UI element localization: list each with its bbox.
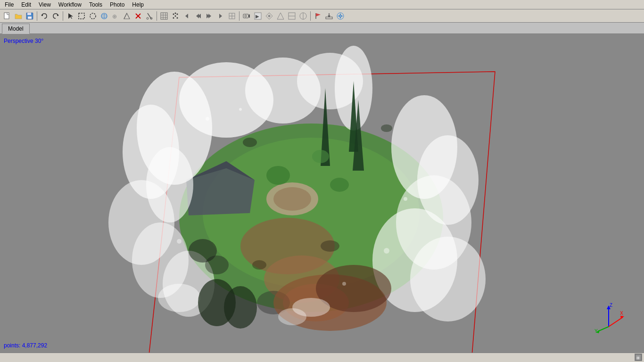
svg-point-27	[173, 17, 174, 18]
menu-edit[interactable]: Edit	[17, 0, 35, 9]
grid-button[interactable]	[159, 11, 169, 21]
svg-text:X: X	[620, 311, 623, 316]
circle-select-button[interactable]	[88, 11, 98, 21]
svg-text:Z: Z	[610, 303, 612, 308]
svg-point-98	[243, 138, 257, 147]
svg-point-102	[206, 117, 209, 121]
svg-marker-60	[341, 15, 343, 17]
svg-point-7	[90, 13, 96, 19]
delete-button[interactable]	[133, 11, 143, 21]
svg-point-110	[266, 166, 290, 185]
save-button[interactable]	[25, 11, 35, 21]
tabbar: Model	[0, 23, 644, 34]
tab-model[interactable]: Model	[2, 24, 30, 34]
svg-point-26	[177, 13, 178, 15]
svg-point-105	[404, 197, 407, 201]
redo-button[interactable]	[50, 11, 61, 21]
scene-svg	[0, 34, 644, 353]
svg-rect-3	[28, 16, 32, 19]
svg-point-17	[147, 17, 149, 19]
svg-point-82	[410, 237, 486, 321]
svg-rect-6	[79, 13, 84, 19]
svg-text:▶: ▶	[256, 14, 259, 19]
cameras-button[interactable]	[241, 11, 252, 21]
separator-5	[310, 11, 311, 21]
prev-button[interactable]	[182, 11, 192, 21]
svg-point-41	[245, 15, 247, 17]
menu-view[interactable]: View	[35, 0, 55, 9]
toggle4-button[interactable]	[287, 11, 297, 21]
toggle2-button[interactable]	[264, 11, 274, 21]
svg-marker-35	[219, 14, 222, 18]
svg-marker-52	[316, 13, 321, 16]
toolbar: ⊕ ▶	[0, 9, 644, 23]
cut-button[interactable]	[144, 11, 155, 21]
toggle5-button[interactable]	[298, 11, 308, 21]
svg-text:⊞: ⊞	[636, 356, 640, 360]
perspective-label: Perspective 30°	[4, 38, 43, 44]
next-button[interactable]	[215, 11, 226, 21]
svg-line-13	[124, 13, 127, 19]
svg-point-111	[330, 178, 349, 192]
svg-point-69	[273, 187, 311, 211]
export-button[interactable]	[324, 11, 334, 21]
rect-select-button[interactable]	[76, 11, 87, 21]
new-button[interactable]	[2, 11, 12, 21]
svg-marker-59	[338, 15, 340, 17]
svg-marker-30	[185, 14, 188, 18]
select-tool-button[interactable]	[65, 11, 75, 21]
svg-marker-117	[620, 316, 624, 319]
svg-text:⊕: ⊕	[112, 13, 117, 20]
fit-button[interactable]	[227, 11, 237, 21]
svg-point-109	[224, 286, 257, 329]
svg-marker-45	[268, 15, 271, 17]
statusbar: ⊞	[0, 353, 644, 362]
svg-line-16	[148, 13, 151, 19]
svg-rect-2	[27, 13, 31, 15]
statusbar-icon: ⊞	[635, 354, 642, 361]
svg-point-24	[173, 13, 174, 15]
svg-marker-46	[277, 13, 284, 19]
open-button[interactable]	[13, 11, 24, 21]
rotate-3d-button[interactable]	[99, 11, 109, 21]
svg-point-99	[381, 124, 392, 132]
svg-point-29	[175, 12, 176, 14]
svg-point-28	[177, 17, 178, 18]
svg-point-104	[177, 239, 182, 244]
toggle3-button[interactable]	[275, 11, 286, 21]
separator-1	[37, 11, 37, 21]
undo-button[interactable]	[39, 11, 50, 21]
svg-point-103	[239, 108, 242, 111]
menu-workflow[interactable]: Workflow	[55, 0, 85, 9]
separator-2	[63, 11, 63, 21]
nav-button[interactable]	[335, 11, 346, 21]
menu-photo[interactable]: Photo	[106, 0, 128, 9]
scale-tool-button[interactable]	[122, 11, 132, 21]
svg-text:Y: Y	[594, 329, 598, 334]
separator-3	[157, 11, 157, 21]
menu-tools[interactable]: Tools	[85, 0, 106, 9]
svg-point-96	[278, 308, 306, 325]
svg-marker-12	[124, 13, 130, 19]
svg-rect-19	[161, 13, 167, 19]
svg-point-97	[158, 284, 200, 312]
svg-point-25	[175, 15, 176, 16]
svg-line-116	[609, 317, 623, 327]
svg-point-112	[312, 150, 329, 163]
svg-point-106	[384, 248, 389, 254]
svg-rect-39	[243, 14, 248, 18]
menu-help[interactable]: Help	[128, 0, 148, 9]
forward-button[interactable]	[204, 11, 215, 21]
viewport[interactable]: Perspective 30°	[0, 34, 644, 353]
svg-point-101	[252, 260, 266, 270]
svg-point-107	[342, 282, 346, 286]
separator-4	[239, 11, 239, 21]
menubar: File Edit View Workflow Tools Photo Help	[0, 0, 644, 9]
move-tool-button[interactable]: ⊕	[110, 11, 121, 21]
flag-button[interactable]	[313, 11, 323, 21]
toggle1-button[interactable]: ▶	[253, 11, 263, 21]
points-button[interactable]	[170, 11, 181, 21]
svg-point-100	[321, 240, 339, 252]
back-button[interactable]	[193, 11, 203, 21]
menu-file[interactable]: File	[1, 0, 17, 9]
